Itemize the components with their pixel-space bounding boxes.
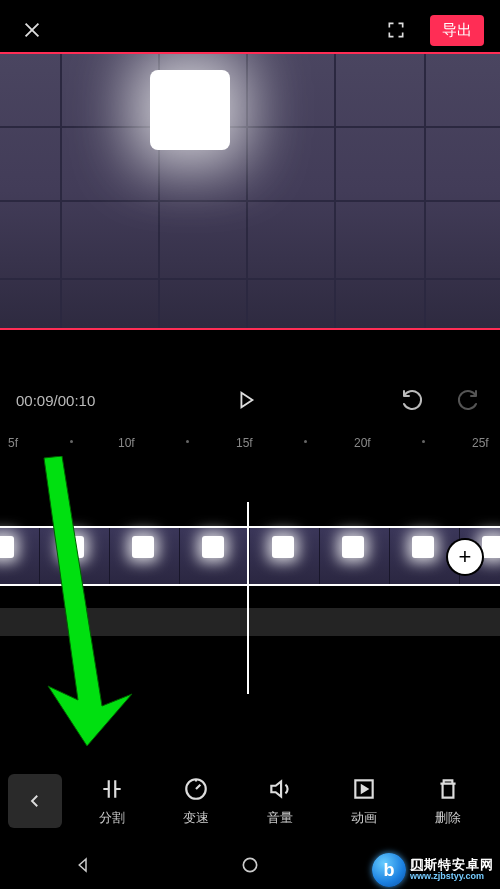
- tool-speed[interactable]: 变速: [154, 775, 238, 827]
- undo-icon: [400, 388, 424, 412]
- undo-button[interactable]: [396, 384, 428, 416]
- svg-point-2: [243, 858, 256, 871]
- ruler-dot: [186, 440, 189, 443]
- tool-volume[interactable]: 音量: [238, 775, 322, 827]
- preview-gridline: [334, 54, 336, 328]
- chevron-left-icon: [26, 792, 44, 810]
- animation-icon: [351, 776, 377, 802]
- timeline-ruler[interactable]: 5f 10f 15f 20f 25f: [0, 432, 500, 456]
- watermark-line1: 贝斯特安卓网: [410, 858, 494, 872]
- tool-delete[interactable]: 删除: [406, 775, 490, 827]
- play-button[interactable]: [226, 380, 266, 420]
- split-icon: [99, 776, 125, 802]
- watermark: b 贝斯特安卓网 www.zjbstyy.com: [372, 853, 494, 887]
- watermark-text: 贝斯特安卓网 www.zjbstyy.com: [410, 858, 494, 881]
- fullscreen-icon: [386, 20, 406, 40]
- redo-icon: [456, 388, 480, 412]
- toolbar-back-button[interactable]: [8, 774, 62, 828]
- track-selection-border: [0, 526, 500, 586]
- triangle-back-icon: [74, 856, 92, 874]
- tool-label: 分割: [99, 809, 125, 827]
- volume-icon: [267, 776, 293, 802]
- preview-gridline: [424, 54, 426, 328]
- export-button[interactable]: 导出: [430, 15, 484, 46]
- preview-light: [150, 70, 230, 150]
- topbar-right: 导出: [380, 14, 484, 46]
- top-bar: 导出: [0, 0, 500, 60]
- ruler-dot: [70, 440, 73, 443]
- secondary-track[interactable]: [0, 608, 500, 636]
- play-icon: [235, 389, 257, 411]
- topbar-left: [16, 14, 48, 46]
- tool-label: 变速: [183, 809, 209, 827]
- fullscreen-button[interactable]: [380, 14, 412, 46]
- ruler-tick: 15f: [236, 436, 253, 450]
- watermark-line2: www.zjbstyy.com: [410, 872, 494, 881]
- tool-animation[interactable]: 动画: [322, 775, 406, 827]
- close-button[interactable]: [16, 14, 48, 46]
- watermark-badge: b: [372, 853, 406, 887]
- timecode: 00:09/00:10: [16, 392, 95, 409]
- tool-scale[interactable]: 缩: [490, 775, 500, 827]
- ruler-dot: [304, 440, 307, 443]
- current-time: 00:09: [16, 392, 54, 409]
- preview-gridline: [246, 54, 248, 328]
- playback-row: 00:09/00:10: [0, 380, 500, 420]
- toolbar-scroll[interactable]: 分割 变速 音量 动画 删除 缩: [70, 775, 500, 827]
- plus-icon: +: [459, 544, 472, 570]
- ruler-tick: 10f: [118, 436, 135, 450]
- tool-label: 删除: [435, 809, 461, 827]
- edit-toolbar: 分割 变速 音量 动画 删除 缩: [0, 761, 500, 841]
- timeline-track-area: +: [0, 496, 500, 616]
- undo-redo-group: [396, 384, 484, 416]
- delete-icon: [435, 776, 461, 802]
- tool-split[interactable]: 分割: [70, 775, 154, 827]
- nav-home-button[interactable]: [239, 854, 261, 876]
- tool-label: 动画: [351, 809, 377, 827]
- close-icon: [21, 19, 43, 41]
- circle-home-icon: [240, 855, 260, 875]
- tool-label: 音量: [267, 809, 293, 827]
- ruler-dot: [422, 440, 425, 443]
- ruler-tick: 5f: [8, 436, 18, 450]
- nav-back-button[interactable]: [72, 854, 94, 876]
- redo-button[interactable]: [452, 384, 484, 416]
- preview-gridline: [60, 54, 62, 328]
- video-preview[interactable]: [0, 52, 500, 330]
- ruler-tick: 25f: [472, 436, 489, 450]
- add-clip-button[interactable]: +: [448, 540, 482, 574]
- ruler-tick: 20f: [354, 436, 371, 450]
- playhead[interactable]: [247, 502, 249, 694]
- total-time: 00:10: [58, 392, 96, 409]
- speed-icon: [183, 776, 209, 802]
